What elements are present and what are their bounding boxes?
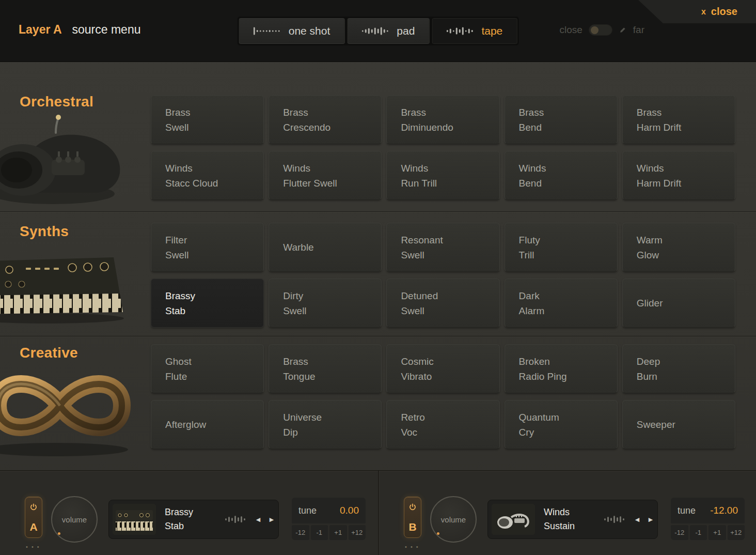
source-quantum-cry[interactable]: QuantumCry (505, 400, 618, 449)
source-brassy-stab[interactable]: BrassyStab (151, 279, 264, 328)
source-brass-crescendo[interactable]: BrassCrescendo (269, 95, 382, 144)
waveform-icon (361, 26, 389, 36)
source-label-line2: Vibrato (401, 369, 494, 384)
layer-b-options-dots[interactable]: • • • (405, 544, 419, 550)
source-label-line2: Glow (637, 248, 730, 263)
layer-a-next-source-button[interactable]: ▶ (265, 512, 278, 528)
source-sweeper[interactable]: Sweeper (622, 400, 735, 449)
toggle-knob (591, 26, 598, 34)
source-brass-swell[interactable]: BrassSwell (151, 95, 264, 144)
source-winds-run-trill[interactable]: WindsRun Trill (386, 151, 499, 200)
source-brass-diminuendo[interactable]: BrassDiminuendo (386, 95, 499, 144)
source-label-line2: Bend (519, 120, 612, 135)
source-resonant-swell[interactable]: ResonantSwell (386, 223, 499, 272)
layer-a-prev-source-button[interactable]: ◀ (251, 512, 265, 528)
volume-label: volume (62, 515, 87, 524)
layer-b-tune-plus12-button[interactable]: +12 (728, 525, 745, 540)
layer-b-next-source-button[interactable]: ▶ (644, 512, 657, 528)
source-label-line1: Dirty (283, 288, 376, 303)
source-label-line1: Resonant (401, 233, 494, 248)
tune-label: tune (678, 505, 696, 516)
synths-grid: FilterSwellWarbleResonantSwellFlutyTrill… (151, 223, 735, 328)
source-winds-flutter-swell[interactable]: WindsFlutter Swell (269, 151, 382, 200)
source-fluty-trill[interactable]: FlutyTrill (505, 223, 618, 272)
source-retro-voc[interactable]: RetroVoc (386, 400, 499, 449)
source-broken-radio-ping[interactable]: BrokenRadio Ping (505, 344, 618, 393)
mic-position-toggle[interactable] (589, 24, 612, 36)
source-warm-glow[interactable]: WarmGlow (622, 223, 735, 272)
source-afterglow[interactable]: Afterglow (151, 400, 264, 449)
layer-a-options-dots[interactable]: • • • (26, 544, 40, 550)
source-label-line1: Glider (637, 296, 730, 311)
layer-b-tune-minus12-button[interactable]: -12 (671, 525, 688, 540)
source-brass-tongue[interactable]: BrassTongue (269, 344, 382, 393)
section-title-orchestral: Orchestral (20, 94, 93, 110)
source-warble[interactable]: Warble (269, 223, 382, 272)
source-detuned-swell[interactable]: DetunedSwell (386, 279, 499, 328)
source-label-line2: Burn (637, 369, 730, 384)
source-winds-bend[interactable]: WindsBend (505, 151, 618, 200)
source-brass-harm-drift[interactable]: BrassHarm Drift (622, 95, 735, 144)
source-label-line2: Radio Ping (519, 369, 612, 384)
source-label-line1: Deep (637, 354, 730, 369)
source-label-line2: Diminuendo (401, 120, 494, 135)
tune-label: tune (298, 505, 317, 516)
source-ghost-flute[interactable]: GhostFlute (151, 344, 264, 393)
layer-a-tune-minus1-button[interactable]: -1 (311, 525, 328, 540)
source-dark-alarm[interactable]: DarkAlarm (505, 279, 618, 328)
source-label-line1: Filter (165, 233, 258, 248)
layer-a-tune-plus12-button[interactable]: +12 (349, 525, 366, 540)
tab-one-shot[interactable]: one shot (239, 18, 345, 44)
layer-a-source-display[interactable]: Brassy Stab ◀ ▶ (108, 500, 279, 539)
volume-label: volume (441, 515, 466, 524)
layer-b-tune-value: -12.00 (710, 505, 738, 516)
source-deep-burn[interactable]: DeepBurn (622, 344, 735, 393)
layer-a-volume-knob[interactable]: volume (51, 496, 98, 543)
layer-b-prev-source-button[interactable]: ◀ (631, 512, 644, 528)
layer-b-source-display[interactable]: Winds Sustain ◀ ▶ (487, 500, 658, 539)
layer-b-tune-display[interactable]: tune -12.00 (671, 498, 745, 523)
orchestral-grid: BrassSwellBrassCrescendoBrassDiminuendoB… (151, 95, 735, 200)
waveform-icon (254, 26, 281, 36)
layer-a-tune-value: 0.00 (340, 505, 359, 516)
source-label-line1: Cosmic (401, 354, 494, 369)
source-name-line1: Brassy (165, 505, 225, 519)
tab-tape[interactable]: tape (432, 18, 517, 44)
source-winds-stacc-cloud[interactable]: WindsStacc Cloud (151, 151, 264, 200)
source-label-line1: Afterglow (165, 417, 258, 432)
layer-a-power-button[interactable]: A (25, 497, 42, 538)
source-label-line1: Brass (165, 105, 258, 120)
source-browser: Orchestral BrassSwellBrassCres (0, 63, 756, 470)
source-label-line1: Detuned (401, 288, 494, 303)
layer-a-source-name: Brassy Stab (165, 505, 225, 533)
page-title: source menu (72, 23, 141, 37)
source-glider[interactable]: Glider (622, 279, 735, 328)
power-icon (408, 503, 417, 511)
layer-b-tune-control: tune -12.00 -12 -1 +1 +12 (671, 498, 745, 540)
source-universe-dip[interactable]: UniverseDip (269, 400, 382, 449)
infinity-sculpture-artwork (0, 354, 138, 462)
source-label-line1: Brass (401, 105, 494, 120)
power-icon (29, 503, 38, 511)
layer-a-tune-minus12-button[interactable]: -12 (292, 525, 309, 540)
source-cosmic-vibrato[interactable]: CosmicVibrato (386, 344, 499, 393)
source-brass-bend[interactable]: BrassBend (505, 95, 618, 144)
source-label-line1: Warble (283, 240, 376, 255)
source-winds-harm-drift[interactable]: WindsHarm Drift (622, 151, 735, 200)
close-button[interactable]: x close (638, 0, 756, 23)
source-filter-swell[interactable]: FilterSwell (151, 223, 264, 272)
layer-b-volume-knob[interactable]: volume (430, 496, 477, 543)
source-label-line2: Run Trill (401, 176, 494, 191)
source-label-line1: Brass (637, 105, 730, 120)
source-dirty-swell[interactable]: DirtySwell (269, 279, 382, 328)
layer-b-tune-minus1-button[interactable]: -1 (690, 525, 707, 540)
layer-a-tune-display[interactable]: tune 0.00 (292, 498, 366, 523)
layer-b-power-button[interactable]: B (404, 497, 421, 538)
source-name-line2: Sustain (544, 519, 604, 533)
tab-pad[interactable]: pad (347, 18, 429, 44)
top-bar: Layer A source menu one shotpadtape clos… (0, 0, 756, 62)
layer-a-tune-plus1-button[interactable]: +1 (329, 525, 347, 540)
waveform-icon (604, 515, 626, 524)
layer-b-tune-plus1-button[interactable]: +1 (708, 525, 726, 540)
source-label-line2: Harm Drift (637, 176, 730, 191)
